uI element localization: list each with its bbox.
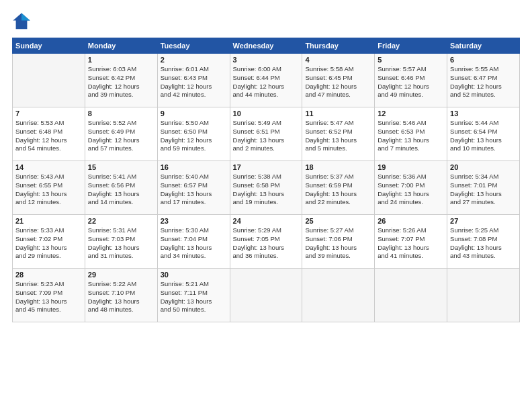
day-number: 25 xyxy=(305,217,371,225)
calendar-cell: 10Sunrise: 5:49 AMSunset: 6:51 PMDayligh… xyxy=(230,107,302,161)
day-number: 18 xyxy=(305,163,371,171)
calendar-cell: 24Sunrise: 5:29 AMSunset: 7:05 PMDayligh… xyxy=(230,215,302,269)
week-row-1: 1Sunrise: 6:03 AMSunset: 6:42 PMDaylight… xyxy=(13,54,520,107)
calendar-cell: 26Sunrise: 5:26 AMSunset: 7:07 PMDayligh… xyxy=(375,215,447,269)
day-info: Sunrise: 5:23 AMSunset: 7:09 PMDaylight:… xyxy=(15,280,82,314)
day-info: Sunrise: 5:34 AMSunset: 7:01 PMDaylight:… xyxy=(450,173,517,207)
day-info: Sunrise: 5:27 AMSunset: 7:06 PMDaylight:… xyxy=(305,226,371,261)
day-info: Sunrise: 5:41 AMSunset: 6:56 PMDaylight:… xyxy=(88,173,154,207)
day-number: 27 xyxy=(450,217,517,225)
day-number: 4 xyxy=(305,56,371,64)
day-info: Sunrise: 5:46 AMSunset: 6:53 PMDaylight:… xyxy=(378,119,444,153)
day-info: Sunrise: 5:47 AMSunset: 6:52 PMDaylight:… xyxy=(305,119,371,153)
calendar-cell: 4Sunrise: 5:58 AMSunset: 6:45 PMDaylight… xyxy=(302,54,375,107)
day-number: 30 xyxy=(161,271,227,279)
day-number: 8 xyxy=(88,109,154,118)
day-number: 5 xyxy=(378,56,444,64)
calendar-cell: 15Sunrise: 5:41 AMSunset: 6:56 PMDayligh… xyxy=(85,161,157,215)
day-number: 29 xyxy=(88,271,154,279)
logo xyxy=(12,12,34,31)
day-info: Sunrise: 5:30 AMSunset: 7:04 PMDaylight:… xyxy=(161,226,227,261)
day-number: 21 xyxy=(15,217,82,225)
calendar-cell: 3Sunrise: 6:00 AMSunset: 6:44 PMDaylight… xyxy=(230,54,302,107)
day-number: 22 xyxy=(88,217,154,225)
header xyxy=(12,12,520,31)
calendar-cell: 30Sunrise: 5:21 AMSunset: 7:11 PMDayligh… xyxy=(157,269,230,322)
svg-marker-1 xyxy=(21,13,30,20)
calendar-cell: 5Sunrise: 5:57 AMSunset: 6:46 PMDaylight… xyxy=(375,54,447,107)
weekday-header-saturday: Saturday xyxy=(447,38,520,54)
day-info: Sunrise: 5:26 AMSunset: 7:07 PMDaylight:… xyxy=(378,226,444,261)
calendar-cell: 23Sunrise: 5:30 AMSunset: 7:04 PMDayligh… xyxy=(157,215,230,269)
calendar-cell: 11Sunrise: 5:47 AMSunset: 6:52 PMDayligh… xyxy=(302,107,375,161)
day-number: 24 xyxy=(233,217,300,225)
calendar-cell: 9Sunrise: 5:50 AMSunset: 6:50 PMDaylight… xyxy=(157,107,230,161)
day-number: 2 xyxy=(161,56,227,64)
calendar-cell: 6Sunrise: 5:55 AMSunset: 6:47 PMDaylight… xyxy=(447,54,520,107)
day-info: Sunrise: 5:44 AMSunset: 6:54 PMDaylight:… xyxy=(450,119,517,153)
logo-icon xyxy=(12,12,31,31)
day-info: Sunrise: 6:00 AMSunset: 6:44 PMDaylight:… xyxy=(233,65,300,99)
day-number: 10 xyxy=(233,109,300,118)
day-number: 11 xyxy=(305,109,371,118)
calendar-cell: 29Sunrise: 5:22 AMSunset: 7:10 PMDayligh… xyxy=(85,269,157,322)
weekday-header-tuesday: Tuesday xyxy=(157,38,230,54)
day-info: Sunrise: 6:03 AMSunset: 6:42 PMDaylight:… xyxy=(88,65,154,99)
calendar-cell: 19Sunrise: 5:36 AMSunset: 7:00 PMDayligh… xyxy=(375,161,447,215)
day-number: 13 xyxy=(450,109,517,118)
day-info: Sunrise: 5:52 AMSunset: 6:49 PMDaylight:… xyxy=(88,119,154,153)
calendar-cell: 17Sunrise: 5:38 AMSunset: 6:58 PMDayligh… xyxy=(230,161,302,215)
calendar-cell: 2Sunrise: 6:01 AMSunset: 6:43 PMDaylight… xyxy=(157,54,230,107)
week-row-4: 21Sunrise: 5:33 AMSunset: 7:02 PMDayligh… xyxy=(13,215,520,269)
day-info: Sunrise: 5:21 AMSunset: 7:11 PMDaylight:… xyxy=(161,280,227,314)
day-number: 14 xyxy=(15,163,82,171)
calendar-cell xyxy=(302,269,375,322)
calendar-cell xyxy=(375,269,447,322)
calendar-cell: 27Sunrise: 5:25 AMSunset: 7:08 PMDayligh… xyxy=(447,215,520,269)
calendar-cell: 8Sunrise: 5:52 AMSunset: 6:49 PMDaylight… xyxy=(85,107,157,161)
day-info: Sunrise: 5:31 AMSunset: 7:03 PMDaylight:… xyxy=(88,226,154,261)
calendar-cell: 16Sunrise: 5:40 AMSunset: 6:57 PMDayligh… xyxy=(157,161,230,215)
day-number: 19 xyxy=(378,163,444,171)
calendar-cell: 14Sunrise: 5:43 AMSunset: 6:55 PMDayligh… xyxy=(13,161,85,215)
day-info: Sunrise: 5:40 AMSunset: 6:57 PMDaylight:… xyxy=(161,173,227,207)
page: SundayMondayTuesdayWednesdayThursdayFrid… xyxy=(0,0,532,411)
day-info: Sunrise: 5:22 AMSunset: 7:10 PMDaylight:… xyxy=(88,280,154,314)
day-number: 23 xyxy=(161,217,227,225)
calendar-cell xyxy=(447,269,520,322)
weekday-header-monday: Monday xyxy=(85,38,157,54)
day-info: Sunrise: 5:49 AMSunset: 6:51 PMDaylight:… xyxy=(233,119,300,153)
day-number: 1 xyxy=(88,56,154,64)
calendar-cell xyxy=(230,269,302,322)
day-number: 7 xyxy=(15,109,82,118)
day-info: Sunrise: 5:57 AMSunset: 6:46 PMDaylight:… xyxy=(378,65,444,99)
calendar-cell: 28Sunrise: 5:23 AMSunset: 7:09 PMDayligh… xyxy=(13,269,85,322)
day-info: Sunrise: 5:55 AMSunset: 6:47 PMDaylight:… xyxy=(450,65,517,99)
day-number: 15 xyxy=(88,163,154,171)
calendar-cell: 22Sunrise: 5:31 AMSunset: 7:03 PMDayligh… xyxy=(85,215,157,269)
day-number: 9 xyxy=(161,109,227,118)
calendar-cell: 21Sunrise: 5:33 AMSunset: 7:02 PMDayligh… xyxy=(13,215,85,269)
day-info: Sunrise: 5:53 AMSunset: 6:48 PMDaylight:… xyxy=(15,119,82,153)
day-info: Sunrise: 5:36 AMSunset: 7:00 PMDaylight:… xyxy=(378,173,444,207)
calendar-cell xyxy=(13,54,85,107)
week-row-3: 14Sunrise: 5:43 AMSunset: 6:55 PMDayligh… xyxy=(13,161,520,215)
day-info: Sunrise: 5:37 AMSunset: 6:59 PMDaylight:… xyxy=(305,173,371,207)
calendar-cell: 18Sunrise: 5:37 AMSunset: 6:59 PMDayligh… xyxy=(302,161,375,215)
weekday-header-thursday: Thursday xyxy=(302,38,375,54)
day-info: Sunrise: 5:29 AMSunset: 7:05 PMDaylight:… xyxy=(233,226,300,261)
calendar-table: SundayMondayTuesdayWednesdayThursdayFrid… xyxy=(12,38,520,322)
day-number: 20 xyxy=(450,163,517,171)
weekday-header-sunday: Sunday xyxy=(13,38,85,54)
calendar-cell: 1Sunrise: 6:03 AMSunset: 6:42 PMDaylight… xyxy=(85,54,157,107)
day-number: 17 xyxy=(233,163,300,171)
day-info: Sunrise: 5:38 AMSunset: 6:58 PMDaylight:… xyxy=(233,173,300,207)
day-number: 16 xyxy=(161,163,227,171)
calendar-cell: 12Sunrise: 5:46 AMSunset: 6:53 PMDayligh… xyxy=(375,107,447,161)
day-number: 6 xyxy=(450,56,517,64)
day-info: Sunrise: 5:25 AMSunset: 7:08 PMDaylight:… xyxy=(450,226,517,261)
calendar-cell: 25Sunrise: 5:27 AMSunset: 7:06 PMDayligh… xyxy=(302,215,375,269)
weekday-header-row: SundayMondayTuesdayWednesdayThursdayFrid… xyxy=(13,38,520,54)
day-number: 26 xyxy=(378,217,444,225)
day-number: 3 xyxy=(233,56,300,64)
